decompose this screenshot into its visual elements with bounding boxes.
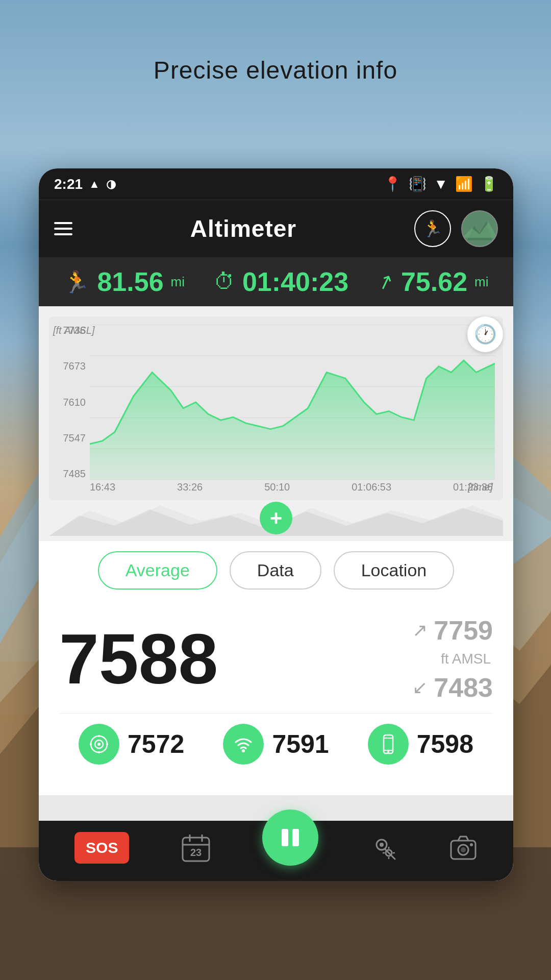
y-axis-labels: 7736 7673 7610 7547 7485: [49, 325, 90, 480]
distance-metric: 🏃 81.56 mi: [63, 266, 185, 297]
chart-y-label: [ft AMSL]: [53, 325, 95, 336]
app-bar-actions: 🏃: [414, 210, 498, 247]
metrics-bar: 🏃 81.56 mi ⏱ 01:40:23 ↗ 75.62 mi: [39, 257, 513, 306]
barometer-value: 7572: [128, 729, 184, 759]
svg-point-38: [380, 843, 384, 847]
svg-point-28: [387, 751, 389, 753]
app-bar: Altimeter 🏃: [39, 200, 513, 257]
y-label-4: 7547: [49, 432, 86, 444]
promo-text: Precise elevation info: [0, 56, 551, 84]
app-title: Altimeter: [190, 215, 296, 242]
phone-frame: 2:21 ▲ ◑ 📍 📳 ▼ 📶 🔋 Altimeter 🏃: [39, 168, 513, 881]
half-circle-icon: ◑: [106, 178, 116, 191]
timer-icon: ⏱: [214, 270, 235, 294]
max-elevation: ↗ 7759: [412, 615, 493, 646]
hamburger-line-2: [54, 228, 72, 230]
min-arrow-icon: ↙: [412, 677, 428, 698]
chart-area: 7736 7673 7610 7547 7485 [ft AMSL]: [39, 306, 513, 541]
timer-value: 01:40:23: [242, 266, 348, 297]
wifi-sensor: 7591: [223, 724, 329, 765]
bottom-nav: SOS 23: [39, 821, 513, 881]
y-label-2: 7673: [49, 360, 86, 372]
nav-icon: ▲: [89, 178, 100, 191]
x-axis-labels: 16:43 33:26 50:10 01:06:53 01:23:36: [90, 481, 493, 493]
main-value-row: 7588 ↗ 7759 ft AMSL ↙ 7483: [59, 610, 493, 713]
svg-point-24: [242, 749, 245, 752]
wifi-value: 7591: [272, 729, 329, 759]
sos-button[interactable]: SOS: [74, 832, 129, 864]
sensor-row: 7572 7591: [59, 713, 493, 780]
max-elevation-value: 7759: [434, 615, 493, 646]
x-label-4: 01:06:53: [352, 481, 391, 493]
location-icon: 📍: [384, 176, 402, 192]
svg-rect-35: [292, 829, 299, 846]
add-button[interactable]: +: [260, 502, 292, 534]
status-bar: 2:21 ▲ ◑ 📍 📳 ▼ 📶 🔋: [39, 168, 513, 200]
x-label-3: 50:10: [264, 481, 290, 493]
x-label-2: 33:26: [177, 481, 203, 493]
battery-icon: 🔋: [480, 176, 498, 192]
speed-metric: ↗ 75.62 mi: [378, 266, 489, 297]
signal-icon: 📶: [455, 176, 473, 192]
status-right: 📍 📳 ▼ 📶 🔋: [384, 176, 498, 192]
camera-button[interactable]: [449, 834, 478, 862]
min-elevation: ↙ 7483: [412, 672, 493, 703]
barometer-icon: [79, 724, 119, 765]
unit-label: ft AMSL: [441, 651, 493, 667]
chart-svg: [90, 325, 495, 480]
calendar-button[interactable]: 23: [181, 832, 211, 863]
svg-rect-34: [282, 829, 288, 846]
status-left: 2:21 ▲ ◑: [54, 176, 116, 192]
speed-value: 75.62: [401, 266, 467, 297]
data-section: 7588 ↗ 7759 ft AMSL ↙ 7483: [39, 600, 513, 795]
value-details: ↗ 7759 ft AMSL ↙ 7483: [412, 615, 493, 703]
barometer-sensor: 7572: [79, 724, 184, 765]
max-arrow-icon: ↗: [412, 620, 428, 641]
mountain-silhouette: +: [49, 500, 503, 536]
tab-location[interactable]: Location: [334, 551, 455, 590]
x-label-5: 01:23:36: [453, 481, 493, 493]
min-elevation-value: 7483: [434, 672, 493, 703]
tab-average[interactable]: Average: [98, 551, 217, 590]
tab-row: Average Data Location: [39, 541, 513, 600]
distance-unit: mi: [171, 274, 185, 290]
time-display: 2:21: [54, 176, 83, 192]
y-label-5: 7485: [49, 468, 86, 480]
location-nav-button[interactable]: [369, 834, 398, 862]
running-icon: 🏃: [63, 270, 90, 295]
elevation-chart: 7736 7673 7610 7547 7485 [ft AMSL]: [49, 316, 503, 500]
x-label-1: 16:43: [90, 481, 115, 493]
trend-up-icon: ↗: [374, 268, 397, 295]
elevation-details: ↗ 7759 ft AMSL ↙ 7483: [412, 615, 493, 703]
hamburger-line-3: [54, 233, 72, 235]
speed-unit: mi: [474, 274, 488, 290]
hamburger-line-1: [54, 222, 72, 224]
svg-point-47: [470, 843, 473, 846]
svg-point-46: [461, 847, 466, 852]
wifi-icon: ▼: [434, 176, 448, 192]
avatar[interactable]: [461, 210, 498, 247]
phone-sensor-icon: [368, 724, 409, 765]
runner-icon: 🏃: [422, 219, 443, 238]
timer-metric: ⏱ 01:40:23: [214, 266, 348, 297]
wifi-sensor-icon: [223, 724, 264, 765]
play-pause-button[interactable]: [262, 810, 318, 866]
chart-clock-button[interactable]: 🕐: [467, 316, 503, 352]
clock-icon: 🕐: [474, 324, 497, 345]
distance-value: 81.56: [97, 266, 163, 297]
svg-point-19: [97, 743, 101, 746]
y-label-3: 7610: [49, 397, 86, 408]
vibrate-icon: 📳: [409, 176, 427, 192]
menu-button[interactable]: [54, 222, 72, 235]
phone-sensor: 7598: [368, 724, 473, 765]
svg-text:23: 23: [190, 847, 201, 858]
main-elevation-value: 7588: [59, 623, 218, 695]
plus-icon: +: [270, 506, 283, 530]
runner-button[interactable]: 🏃: [414, 210, 451, 247]
phone-value: 7598: [417, 729, 473, 759]
tab-data[interactable]: Data: [230, 551, 321, 590]
